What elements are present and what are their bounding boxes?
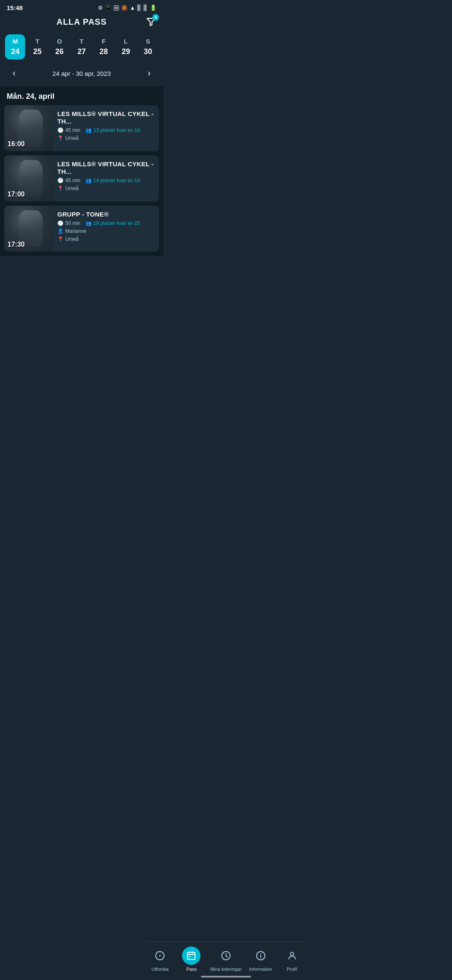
- people-icon-3: 👥: [85, 220, 92, 226]
- class-meta-row-2: 🕐 45 min 👥 14 platser kvar av 14: [57, 178, 154, 183]
- week-range: 24 apr - 30 apr, 2023: [52, 70, 110, 77]
- class-spots-label-1: 13 platser kvar av 14: [93, 127, 140, 133]
- battery-icon: 🔋: [150, 5, 157, 11]
- class-card-3[interactable]: 17:30 GRUPP - TONE® 🕐 50 min 👥 18 platse…: [4, 206, 159, 252]
- class-image-2: 17:00: [4, 155, 52, 201]
- day-number-sat: 29: [122, 47, 130, 56]
- day-item-tue[interactable]: T 25: [27, 34, 47, 59]
- class-info-1: LES MILLS® VIRTUAL CYKEL - TH... 🕐 45 mi…: [52, 105, 159, 151]
- filter-badge: 4: [152, 14, 159, 21]
- day-item-sun[interactable]: S 30: [138, 34, 158, 59]
- class-time-1: 16:00: [8, 140, 25, 148]
- class-instructor-label-3: Marianne: [65, 228, 86, 234]
- people-icon-2: 👥: [85, 178, 92, 183]
- class-spots-2: 👥 14 platser kvar av 14: [85, 178, 140, 183]
- day-number-wed: 26: [55, 47, 64, 56]
- filter-icon-wrap: 4: [146, 16, 157, 28]
- class-duration-label-3: 50 min: [65, 220, 80, 226]
- class-spots-label-2: 14 platser kvar av 14: [93, 178, 140, 183]
- clock-icon-3: 🕐: [57, 220, 64, 226]
- phone-icon: 📱: [105, 5, 112, 11]
- class-location-2: 📍 Umeå: [57, 186, 154, 191]
- week-nav: ‹ 24 apr - 30 apr, 2023 ›: [0, 61, 163, 86]
- status-icons: ⚙ 📱 N 🔕 ▲ ▊ ▊ 🔋: [98, 5, 157, 11]
- class-card-1[interactable]: 16:00 LES MILLS® VIRTUAL CYKEL - TH... 🕐…: [4, 105, 159, 151]
- class-spots-1: 👥 13 platser kvar av 14: [85, 127, 140, 133]
- class-time-2: 17:00: [8, 191, 25, 198]
- people-icon-1: 👥: [85, 127, 92, 133]
- app-header: ALLA PASS 4: [0, 14, 163, 31]
- day-item-mon[interactable]: M 24: [5, 34, 25, 59]
- clock-icon-1: 🕐: [57, 127, 64, 133]
- day-label-sun: S: [146, 38, 150, 45]
- day-label-thu: T: [80, 38, 83, 45]
- class-image-1: 16:00: [4, 105, 52, 151]
- day-selector: M 24 T 25 O 26 T 27 F 28 L 29 S 30: [0, 31, 163, 61]
- class-name-2: LES MILLS® VIRTUAL CYKEL - TH...: [57, 160, 154, 175]
- mute-icon: 🔕: [121, 5, 128, 11]
- class-duration-1: 🕐 45 min: [57, 127, 80, 133]
- gear-icon: ⚙: [98, 5, 103, 11]
- signal-icon: ▊: [137, 5, 141, 11]
- day-item-fri[interactable]: F 28: [94, 34, 114, 59]
- section-header: Mån. 24, april: [0, 86, 163, 105]
- day-label-fri: F: [102, 38, 105, 45]
- day-item-wed[interactable]: O 26: [49, 34, 69, 59]
- prev-week-button[interactable]: ‹: [8, 66, 20, 80]
- class-location-3: 📍 Umeå: [57, 236, 154, 242]
- location-icon-2: 📍: [57, 186, 64, 191]
- class-name-3: GRUPP - TONE®: [57, 211, 154, 218]
- class-duration-2: 🕐 45 min: [57, 178, 80, 183]
- day-number-tue: 25: [33, 47, 41, 56]
- class-info-2: LES MILLS® VIRTUAL CYKEL - TH... 🕐 45 mi…: [52, 155, 159, 201]
- location-icon-1: 📍: [57, 135, 64, 141]
- class-location-label-1: Umeå: [65, 135, 79, 141]
- clock-icon-2: 🕐: [57, 178, 64, 183]
- content-area: Mån. 24, april 16:00 LES MILLS® VIRTUAL …: [0, 86, 163, 294]
- day-label-mon: M: [13, 38, 18, 45]
- wifi-icon: ▲: [130, 5, 135, 11]
- class-duration-label-2: 45 min: [65, 178, 80, 183]
- status-bar: 15:48 ⚙ 📱 N 🔕 ▲ ▊ ▊ 🔋: [0, 0, 163, 14]
- day-number-fri: 28: [100, 47, 108, 56]
- day-number-thu: 27: [77, 47, 86, 56]
- class-location-1: 📍 Umeå: [57, 135, 154, 141]
- class-meta-row-3: 🕐 50 min 👥 18 platser kvar av 20: [57, 220, 154, 226]
- class-spots-3: 👥 18 platser kvar av 20: [85, 220, 140, 226]
- day-label-tue: T: [36, 38, 39, 45]
- class-location-label-2: Umeå: [65, 186, 79, 191]
- filter-button[interactable]: 4: [146, 16, 157, 28]
- day-item-thu[interactable]: T 27: [72, 34, 92, 59]
- day-number-mon: 24: [11, 47, 19, 56]
- location-icon-3: 📍: [57, 236, 64, 242]
- class-duration-label-1: 45 min: [65, 127, 80, 133]
- class-duration-3: 🕐 50 min: [57, 220, 80, 226]
- class-instructor-3: 👤 Marianne: [57, 228, 154, 234]
- day-number-sun: 30: [144, 47, 152, 56]
- class-info-3: GRUPP - TONE® 🕐 50 min 👥 18 platser kvar…: [52, 206, 159, 252]
- day-item-sat[interactable]: L 29: [116, 34, 136, 59]
- class-meta-row-1: 🕐 45 min 👥 13 platser kvar av 14: [57, 127, 154, 133]
- nfc-icon: N: [114, 5, 119, 10]
- section-title: Mån. 24, april: [7, 92, 157, 101]
- class-name-1: LES MILLS® VIRTUAL CYKEL - TH...: [57, 110, 154, 125]
- instructor-icon-3: 👤: [57, 228, 64, 234]
- signal2-icon: ▊: [144, 5, 148, 11]
- class-spots-label-3: 18 platser kvar av 20: [93, 220, 140, 226]
- status-time: 15:48: [7, 4, 23, 11]
- next-week-button[interactable]: ›: [144, 66, 155, 80]
- day-label-wed: O: [57, 38, 62, 45]
- class-image-3: 17:30: [4, 206, 52, 252]
- class-location-label-3: Umeå: [65, 236, 79, 242]
- class-card-2[interactable]: 17:00 LES MILLS® VIRTUAL CYKEL - TH... 🕐…: [4, 155, 159, 201]
- class-list: 16:00 LES MILLS® VIRTUAL CYKEL - TH... 🕐…: [0, 105, 163, 256]
- page-title: ALLA PASS: [56, 17, 107, 27]
- day-label-sat: L: [124, 38, 128, 45]
- class-time-3: 17:30: [8, 241, 25, 248]
